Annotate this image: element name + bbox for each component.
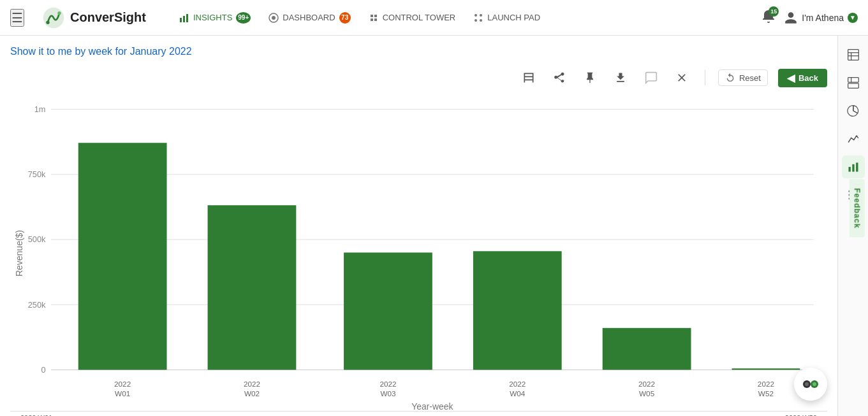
launch-pad-icon: [473, 13, 483, 23]
nav-item-dashboard[interactable]: DASHBOARD 73: [261, 8, 358, 27]
back-button[interactable]: ◀ Back: [778, 69, 827, 87]
svg-rect-8: [371, 15, 373, 17]
sidebar-line-chart-button[interactable]: [842, 127, 865, 150]
sidebar-table-full-button[interactable]: [842, 43, 865, 66]
reset-label: Reset: [739, 73, 761, 83]
control-tower-label: CONTROL TOWER: [383, 13, 456, 22]
bar-w52[interactable]: [732, 368, 800, 369]
logo-icon: [42, 6, 65, 29]
pin-icon-button[interactable]: [580, 68, 600, 88]
share-icon-button[interactable]: [549, 68, 570, 88]
chart-area: Show it to me by week for January 2022: [0, 36, 837, 416]
control-tower-icon: [369, 13, 379, 23]
svg-point-2: [57, 11, 61, 15]
note-icon-button[interactable]: [641, 68, 661, 88]
close-icon: [675, 71, 688, 84]
main-container: Show it to me by week for January 2022: [0, 36, 868, 416]
user-icon: [784, 11, 798, 25]
dashboard-badge: 73: [339, 12, 351, 24]
feedback-tab[interactable]: Feedback: [849, 179, 864, 237]
pin-icon: [584, 71, 596, 84]
svg-rect-9: [374, 15, 377, 17]
navbar: ☰ ConverSight INSIGHTS 99+ DASHB: [0, 0, 868, 36]
chart-wrapper: Revenue($) 1m 750k 500k 250k 0 2022 W01: [10, 96, 827, 411]
chart-toolbar: Reset ◀ Back: [10, 62, 827, 93]
nav-item-insights[interactable]: INSIGHTS 99+: [172, 8, 258, 27]
table-full-icon: [847, 48, 860, 61]
share-icon: [553, 71, 566, 84]
svg-text:0: 0: [41, 365, 45, 375]
svg-text:2022: 2022: [638, 380, 655, 388]
bar-w02[interactable]: [208, 205, 297, 369]
nav-item-launch-pad[interactable]: LAUNCH PAD: [466, 9, 548, 27]
reset-icon: [725, 73, 735, 83]
nav-right: 15 I'm Athena ▼: [761, 9, 858, 27]
bar-w04[interactable]: [473, 251, 562, 369]
nav-items: INSIGHTS 99+ DASHBOARD 73 CONTROL TOWER: [172, 8, 748, 27]
floating-bot[interactable]: [794, 368, 827, 401]
svg-text:W04: W04: [510, 389, 526, 398]
bar-chart-icon: [847, 161, 860, 173]
svg-rect-5: [186, 14, 188, 22]
close-icon-button[interactable]: [672, 68, 692, 88]
svg-rect-48: [848, 167, 850, 172]
insights-label: INSIGHTS: [193, 13, 232, 22]
svg-rect-3: [180, 18, 182, 22]
svg-point-62: [805, 382, 809, 386]
download-icon: [614, 71, 627, 84]
svg-rect-4: [183, 16, 185, 22]
svg-text:W03: W03: [380, 389, 396, 398]
svg-text:W02: W02: [244, 389, 260, 398]
svg-text:W05: W05: [639, 389, 655, 398]
svg-text:Year-week: Year-week: [411, 401, 453, 411]
user-dropdown-icon: ▼: [848, 13, 858, 23]
svg-rect-11: [374, 18, 377, 21]
back-arrow-icon: ◀: [787, 72, 795, 84]
sidebar-bar-chart-button[interactable]: [842, 155, 865, 178]
bar-w05[interactable]: [603, 328, 691, 370]
sidebar-table-partial-button[interactable]: [842, 71, 865, 94]
hamburger-button[interactable]: ☰: [10, 9, 24, 27]
svg-rect-50: [856, 162, 858, 171]
svg-point-13: [480, 14, 482, 17]
svg-text:250k: 250k: [28, 299, 46, 309]
svg-rect-41: [848, 50, 858, 61]
note-icon: [645, 71, 658, 84]
svg-text:2022: 2022: [509, 380, 526, 388]
bar-w01[interactable]: [78, 143, 167, 369]
svg-text:500k: 500k: [28, 234, 46, 244]
download-icon-button[interactable]: [610, 68, 631, 88]
svg-point-1: [46, 20, 49, 24]
table-icon: [522, 71, 535, 84]
notification-button[interactable]: 15: [761, 9, 776, 27]
svg-text:W01: W01: [115, 389, 130, 398]
query-text: Show it to me by week for January 2022: [10, 36, 827, 62]
svg-rect-49: [852, 164, 854, 172]
bar-chart-svg: Revenue($) 1m 750k 500k 250k 0 2022 W01: [10, 96, 827, 411]
pie-chart-icon: [847, 104, 860, 117]
toolbar-divider: [705, 70, 705, 85]
insights-badge: 99+: [236, 12, 251, 24]
table-icon-button[interactable]: [519, 68, 539, 88]
nav-item-control-tower[interactable]: CONTROL TOWER: [361, 9, 464, 27]
svg-point-12: [474, 14, 477, 17]
sidebar-pie-chart-button[interactable]: [842, 99, 865, 122]
scroll-bar-area: 2022 W01 2022 W52: [10, 411, 827, 416]
bar-w03[interactable]: [344, 252, 432, 369]
svg-text:2022: 2022: [758, 380, 774, 388]
svg-point-15: [480, 19, 482, 22]
reset-button[interactable]: Reset: [718, 69, 768, 86]
svg-rect-45: [848, 78, 858, 83]
notification-badge: 15: [769, 6, 779, 17]
svg-point-7: [272, 16, 276, 20]
svg-text:2022: 2022: [379, 380, 396, 388]
svg-rect-10: [371, 18, 373, 21]
user-button[interactable]: I'm Athena ▼: [784, 11, 858, 25]
svg-text:W52: W52: [758, 389, 774, 398]
svg-text:750k: 750k: [28, 169, 46, 179]
table-partial-icon: [847, 76, 860, 89]
svg-text:2022: 2022: [114, 380, 131, 388]
svg-point-63: [813, 382, 816, 386]
svg-rect-46: [848, 83, 858, 89]
svg-text:Revenue($): Revenue($): [14, 230, 24, 276]
